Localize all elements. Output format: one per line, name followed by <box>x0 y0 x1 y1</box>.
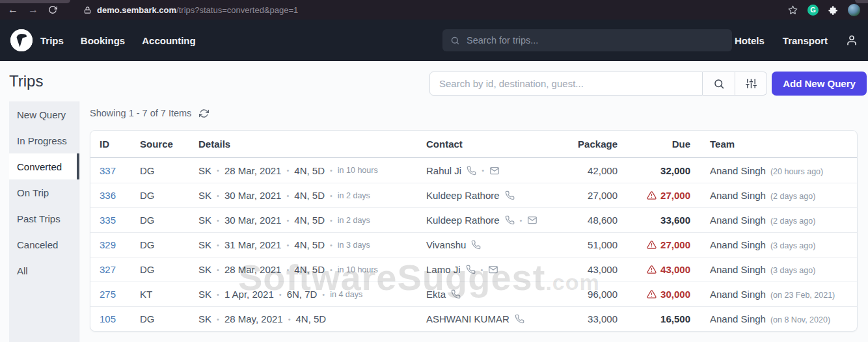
bullet-separator: • <box>330 241 332 249</box>
phone-icon[interactable] <box>505 215 515 225</box>
phone-icon[interactable] <box>451 289 461 299</box>
sidebar-item[interactable]: Canceled <box>9 231 79 257</box>
trip-duration: 4N, 5D <box>294 239 325 250</box>
search-icon <box>450 36 460 46</box>
results-summary: Showing 1 - 7 of 7 Items <box>90 108 191 118</box>
phone-icon[interactable] <box>505 191 515 200</box>
bullet-separator: • <box>217 166 219 174</box>
package-amount: 96,000 <box>588 289 617 300</box>
trip-source: DG <box>140 264 198 275</box>
phone-icon[interactable] <box>515 314 524 324</box>
table-row[interactable]: 337 DG SK • 28 Mar, 2021 • 4N, 5D • in 1… <box>90 158 857 183</box>
sidebar-item-label: New Query <box>17 109 66 120</box>
table-row[interactable]: 327 DG SK • 28 Mar, 2021 • 4N, 5D • in 1… <box>90 257 857 282</box>
trip-source: KT <box>140 289 198 300</box>
trip-id-link[interactable]: 105 <box>100 313 140 324</box>
list-search-input[interactable] <box>429 72 703 96</box>
trip-relative-time: in 2 days <box>338 191 370 200</box>
email-icon[interactable] <box>527 215 537 225</box>
nav-search[interactable] <box>442 29 732 51</box>
package-amount: 48,600 <box>588 215 617 226</box>
trip-id-link[interactable]: 329 <box>100 239 140 250</box>
browser-back-icon[interactable]: ← <box>8 5 18 15</box>
trip-relative-time: in 3 days <box>338 241 370 250</box>
trip-duration: 4N, 5D <box>296 313 327 324</box>
col-header-contact: Contact <box>426 138 562 150</box>
user-account-icon[interactable] <box>846 34 858 46</box>
sidebar-item[interactable]: All <box>9 257 79 283</box>
email-icon[interactable] <box>489 166 500 176</box>
table-row[interactable]: 329 DG SK • 31 Mar, 2021 • 4N, 5D • in 3… <box>90 232 857 257</box>
sidebar-item-label: In Progress <box>17 135 67 146</box>
trip-id-link[interactable]: 337 <box>100 165 140 176</box>
nav-link[interactable]: Bookings <box>81 35 125 46</box>
team-timestamp: (2 days ago) <box>770 217 815 226</box>
sidebar-item[interactable]: Past Trips <box>9 205 79 231</box>
contact-name: Kuldeep Rathore <box>426 215 500 226</box>
extensions-puzzle-icon[interactable] <box>828 5 838 15</box>
due-amount: 33,600 <box>660 215 690 226</box>
bullet-separator: • <box>330 217 332 224</box>
sidebar-item[interactable]: New Query <box>9 101 79 127</box>
overdue-warning-icon <box>647 240 657 250</box>
sidebar-item[interactable]: In Progress <box>9 127 79 153</box>
grammarly-extension-icon[interactable]: G <box>807 5 819 16</box>
sembark-logo[interactable] <box>10 29 33 51</box>
team-timestamp: (on 23 Feb, 2021) <box>770 291 835 300</box>
email-icon[interactable] <box>488 265 498 274</box>
due-value: 43,000 <box>660 264 690 275</box>
bullet-separator: • <box>217 291 219 298</box>
trip-date: 30 Mar, 2021 <box>224 215 282 226</box>
table-row[interactable]: 336 DG SK • 30 Mar, 2021 • 4N, 5D • in 2… <box>90 183 857 207</box>
table-row[interactable]: 335 DG SK • 30 Mar, 2021 • 4N, 5D • in 2… <box>90 207 857 232</box>
refresh-icon[interactable] <box>199 109 209 118</box>
trips-table: ID Source Details Contact Package Due Te… <box>90 130 858 332</box>
bullet-separator: • <box>520 217 522 224</box>
sidebar-item-label: On Trip <box>17 187 49 198</box>
phone-icon[interactable] <box>466 265 476 274</box>
add-new-query-button[interactable]: Add New Query <box>772 72 867 96</box>
bullet-separator: • <box>288 315 291 323</box>
bookmark-star-icon[interactable] <box>788 5 798 15</box>
bullet-separator: • <box>330 192 332 200</box>
browser-reload-icon[interactable] <box>48 5 57 14</box>
nav-link[interactable]: Hotels <box>735 35 765 46</box>
search-icon <box>713 78 725 90</box>
browser-frame-strip <box>0 0 70 3</box>
trip-id-link[interactable]: 275 <box>100 289 140 300</box>
table-row[interactable]: 105 DG SK • 28 May, 2021 • 4N, 5D • ASHW… <box>90 306 857 331</box>
team-cell: Anand Singh (on 23 Feb, 2021) <box>690 289 857 300</box>
trip-details: SK • 30 Mar, 2021 • 4N, 5D • in 2 days <box>198 215 426 226</box>
url-text[interactable]: demo.sembark.com/trips?status=converted&… <box>97 5 298 15</box>
trip-id-link[interactable]: 336 <box>100 190 140 201</box>
trip-date: 31 Mar, 2021 <box>224 239 282 250</box>
destination-code: SK <box>198 165 211 176</box>
sidebar-item[interactable]: On Trip <box>9 179 79 205</box>
browser-profile-avatar[interactable] <box>848 4 860 16</box>
nav-link[interactable]: Accounting <box>142 35 196 46</box>
trips-search-input[interactable] <box>467 35 724 46</box>
nav-link[interactable]: Transport <box>783 35 828 46</box>
contact-name: Ekta <box>426 289 446 300</box>
bullet-separator: • <box>286 166 289 174</box>
bullet-separator: • <box>481 166 484 174</box>
nav-right-links: HotelsTransport <box>735 35 828 46</box>
trip-contact: Kuldeep Rathore • <box>426 190 562 201</box>
nav-link[interactable]: Trips <box>40 35 64 46</box>
filter-button[interactable] <box>735 72 766 95</box>
browser-forward-icon[interactable]: → <box>28 5 38 15</box>
phone-icon[interactable] <box>467 166 476 176</box>
trip-id-link[interactable]: 335 <box>100 215 140 226</box>
bullet-separator: • <box>286 266 289 274</box>
bullet-separator: • <box>286 241 289 249</box>
phone-icon[interactable] <box>471 240 481 250</box>
package-amount: 27,000 <box>588 190 617 201</box>
address-bar[interactable]: demo.sembark.com/trips?status=converted&… <box>84 5 298 15</box>
bullet-separator: • <box>286 217 289 224</box>
table-row[interactable]: 275 KT SK • 1 Apr, 2021 • 6N, 7D • in 4 … <box>90 282 857 306</box>
destination-code: SK <box>198 313 211 324</box>
sidebar-item[interactable]: Converted <box>9 153 79 179</box>
bullet-separator: • <box>481 266 483 274</box>
search-button[interactable] <box>703 72 735 95</box>
trip-id-link[interactable]: 327 <box>100 264 140 275</box>
